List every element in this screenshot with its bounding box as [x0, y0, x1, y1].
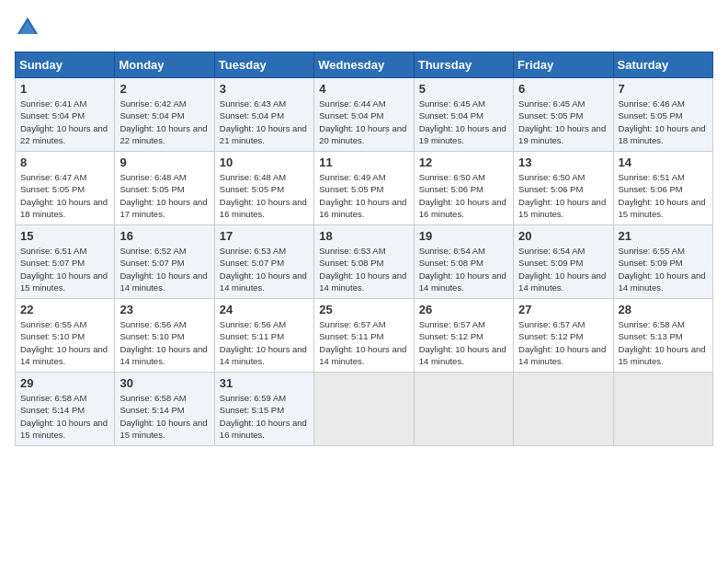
- day-number: 27: [518, 303, 608, 316]
- day-number: 24: [220, 303, 309, 316]
- weekday-header: Saturday: [613, 52, 712, 78]
- day-info: Sunrise: 6:55 AMSunset: 5:09 PMDaylight:…: [619, 245, 708, 293]
- calendar-day-cell: 31 Sunrise: 6:59 AMSunset: 5:15 PMDaylig…: [214, 373, 313, 446]
- calendar-day-cell: 15 Sunrise: 6:51 AMSunset: 5:07 PMDaylig…: [16, 225, 115, 299]
- day-number: 4: [319, 82, 408, 96]
- day-info: Sunrise: 6:50 AMSunset: 5:06 PMDaylight:…: [419, 171, 508, 220]
- calendar-day-cell: 7 Sunrise: 6:46 AMSunset: 5:05 PMDayligh…: [613, 78, 712, 152]
- day-number: 21: [619, 229, 708, 243]
- day-info: Sunrise: 6:43 AMSunset: 5:04 PMDaylight:…: [220, 98, 309, 146]
- calendar-day-cell: 4 Sunrise: 6:44 AMSunset: 5:04 PMDayligh…: [314, 78, 414, 152]
- calendar-day-cell: 12 Sunrise: 6:50 AMSunset: 5:06 PMDaylig…: [414, 152, 513, 225]
- day-info: Sunrise: 6:57 AMSunset: 5:12 PMDaylight:…: [419, 318, 508, 367]
- day-info: Sunrise: 6:48 AMSunset: 5:05 PMDaylight:…: [119, 171, 209, 220]
- calendar-table: SundayMondayTuesdayWednesdayThursdayFrid…: [15, 52, 713, 446]
- calendar-day-cell: 14 Sunrise: 6:51 AMSunset: 5:06 PMDaylig…: [613, 152, 712, 225]
- logo: [15, 15, 46, 40]
- calendar-day-cell: 8 Sunrise: 6:47 AMSunset: 5:05 PMDayligh…: [16, 152, 115, 225]
- day-info: Sunrise: 6:51 AMSunset: 5:06 PMDaylight:…: [619, 171, 708, 220]
- calendar-day-cell: 28 Sunrise: 6:58 AMSunset: 5:13 PMDaylig…: [613, 299, 712, 373]
- day-info: Sunrise: 6:53 AMSunset: 5:07 PMDaylight:…: [220, 245, 309, 293]
- weekday-header: Thursday: [414, 52, 513, 78]
- day-info: Sunrise: 6:46 AMSunset: 5:05 PMDaylight:…: [619, 98, 708, 146]
- day-number: 18: [319, 229, 408, 243]
- calendar-day-cell: 16 Sunrise: 6:52 AMSunset: 5:07 PMDaylig…: [115, 225, 214, 299]
- calendar-day-cell: 25 Sunrise: 6:57 AMSunset: 5:11 PMDaylig…: [314, 299, 414, 373]
- day-info: Sunrise: 6:44 AMSunset: 5:04 PMDaylight:…: [319, 98, 408, 146]
- day-info: Sunrise: 6:47 AMSunset: 5:05 PMDaylight:…: [20, 171, 109, 220]
- day-number: 10: [220, 155, 309, 169]
- day-number: 15: [20, 229, 109, 243]
- page-header: [15, 15, 713, 40]
- day-info: Sunrise: 6:45 AMSunset: 5:04 PMDaylight:…: [419, 98, 508, 146]
- day-number: 25: [319, 303, 408, 316]
- day-info: Sunrise: 6:58 AMSunset: 5:13 PMDaylight:…: [619, 318, 708, 367]
- day-info: Sunrise: 6:58 AMSunset: 5:14 PMDaylight:…: [119, 392, 209, 441]
- calendar-day-cell: 11 Sunrise: 6:49 AMSunset: 5:05 PMDaylig…: [314, 152, 414, 225]
- calendar-day-cell: 10 Sunrise: 6:48 AMSunset: 5:05 PMDaylig…: [214, 152, 313, 225]
- day-number: 5: [419, 82, 508, 96]
- calendar-day-cell: 30 Sunrise: 6:58 AMSunset: 5:14 PMDaylig…: [115, 373, 214, 446]
- calendar-day-cell: 24 Sunrise: 6:56 AMSunset: 5:11 PMDaylig…: [214, 299, 313, 373]
- calendar-day-cell: 1 Sunrise: 6:41 AMSunset: 5:04 PMDayligh…: [16, 78, 115, 152]
- calendar-day-cell: 6 Sunrise: 6:45 AMSunset: 5:05 PMDayligh…: [514, 78, 613, 152]
- day-info: Sunrise: 6:56 AMSunset: 5:11 PMDaylight:…: [220, 318, 309, 367]
- day-number: 8: [20, 155, 109, 169]
- day-info: Sunrise: 6:57 AMSunset: 5:12 PMDaylight:…: [518, 318, 608, 367]
- day-info: Sunrise: 6:50 AMSunset: 5:06 PMDaylight:…: [518, 171, 608, 220]
- logo-icon: [15, 15, 40, 40]
- calendar-day-cell: 19 Sunrise: 6:54 AMSunset: 5:08 PMDaylig…: [414, 225, 513, 299]
- calendar-day-cell: 29 Sunrise: 6:58 AMSunset: 5:14 PMDaylig…: [16, 373, 115, 446]
- day-number: 11: [319, 155, 408, 169]
- calendar-week-row: 29 Sunrise: 6:58 AMSunset: 5:14 PMDaylig…: [16, 373, 713, 446]
- calendar-day-cell: 23 Sunrise: 6:56 AMSunset: 5:10 PMDaylig…: [115, 299, 214, 373]
- calendar-week-row: 8 Sunrise: 6:47 AMSunset: 5:05 PMDayligh…: [16, 152, 713, 225]
- day-number: 30: [119, 376, 209, 390]
- calendar-day-cell: 26 Sunrise: 6:57 AMSunset: 5:12 PMDaylig…: [414, 299, 513, 373]
- day-info: Sunrise: 6:59 AMSunset: 5:15 PMDaylight:…: [220, 392, 309, 441]
- calendar-day-cell: [314, 373, 414, 446]
- day-number: 13: [518, 155, 608, 169]
- day-info: Sunrise: 6:55 AMSunset: 5:10 PMDaylight:…: [20, 318, 109, 367]
- day-number: 20: [518, 229, 608, 243]
- calendar-week-row: 15 Sunrise: 6:51 AMSunset: 5:07 PMDaylig…: [16, 225, 713, 299]
- calendar-day-cell: 21 Sunrise: 6:55 AMSunset: 5:09 PMDaylig…: [613, 225, 712, 299]
- weekday-header: Monday: [115, 52, 214, 78]
- day-info: Sunrise: 6:58 AMSunset: 5:14 PMDaylight:…: [20, 392, 109, 441]
- day-number: 26: [419, 303, 508, 316]
- day-info: Sunrise: 6:51 AMSunset: 5:07 PMDaylight:…: [20, 245, 109, 293]
- day-number: 29: [20, 376, 109, 390]
- day-number: 23: [119, 303, 209, 316]
- calendar-week-row: 22 Sunrise: 6:55 AMSunset: 5:10 PMDaylig…: [16, 299, 713, 373]
- day-number: 7: [619, 82, 708, 96]
- calendar-day-cell: 5 Sunrise: 6:45 AMSunset: 5:04 PMDayligh…: [414, 78, 513, 152]
- day-info: Sunrise: 6:56 AMSunset: 5:10 PMDaylight:…: [119, 318, 209, 367]
- calendar-day-cell: 22 Sunrise: 6:55 AMSunset: 5:10 PMDaylig…: [16, 299, 115, 373]
- day-number: 6: [518, 82, 608, 96]
- day-number: 14: [619, 155, 708, 169]
- calendar-week-row: 1 Sunrise: 6:41 AMSunset: 5:04 PMDayligh…: [16, 78, 713, 152]
- calendar-day-cell: 13 Sunrise: 6:50 AMSunset: 5:06 PMDaylig…: [514, 152, 613, 225]
- day-number: 19: [419, 229, 508, 243]
- day-number: 17: [220, 229, 309, 243]
- calendar-day-cell: 27 Sunrise: 6:57 AMSunset: 5:12 PMDaylig…: [514, 299, 613, 373]
- weekday-header-row: SundayMondayTuesdayWednesdayThursdayFrid…: [16, 52, 713, 78]
- day-number: 3: [220, 82, 309, 96]
- day-number: 22: [20, 303, 109, 316]
- day-info: Sunrise: 6:57 AMSunset: 5:11 PMDaylight:…: [319, 318, 408, 367]
- weekday-header: Wednesday: [314, 52, 414, 78]
- day-number: 16: [119, 229, 209, 243]
- day-info: Sunrise: 6:52 AMSunset: 5:07 PMDaylight:…: [119, 245, 209, 293]
- calendar-day-cell: [613, 373, 712, 446]
- day-info: Sunrise: 6:54 AMSunset: 5:08 PMDaylight:…: [419, 245, 508, 293]
- weekday-header: Tuesday: [214, 52, 313, 78]
- day-number: 12: [419, 155, 508, 169]
- day-info: Sunrise: 6:45 AMSunset: 5:05 PMDaylight:…: [518, 98, 608, 146]
- weekday-header: Sunday: [16, 52, 115, 78]
- calendar-day-cell: 9 Sunrise: 6:48 AMSunset: 5:05 PMDayligh…: [115, 152, 214, 225]
- calendar-day-cell: 17 Sunrise: 6:53 AMSunset: 5:07 PMDaylig…: [214, 225, 313, 299]
- day-number: 1: [20, 82, 109, 96]
- weekday-header: Friday: [514, 52, 613, 78]
- day-number: 31: [220, 376, 309, 390]
- day-info: Sunrise: 6:53 AMSunset: 5:08 PMDaylight:…: [319, 245, 408, 293]
